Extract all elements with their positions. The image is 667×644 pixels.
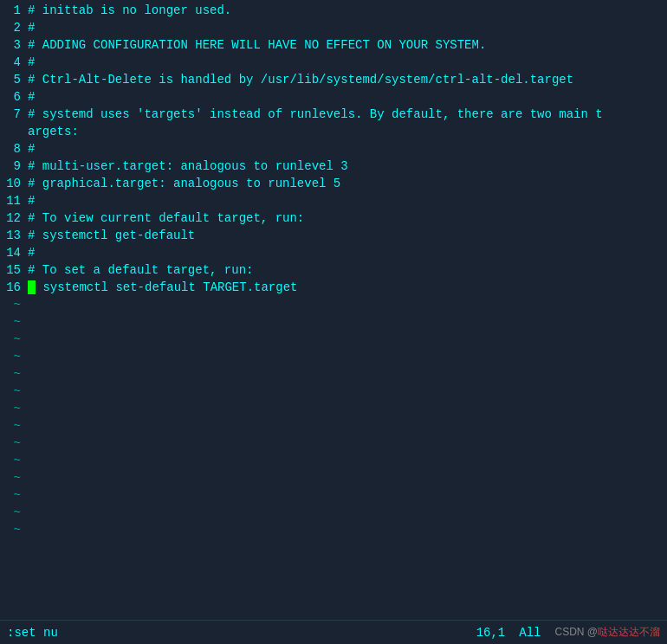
line-content-7-wrap: argets: (28, 123, 667, 140)
line-number-9: 9 (0, 158, 28, 175)
line-number-1: 1 (0, 2, 28, 19)
line-content-14: # (28, 244, 667, 261)
tilde-char-12: ~ (0, 486, 28, 504)
watermark: CSDN @哒达达达不溜 (554, 625, 660, 640)
line-content-15: # To set a default target, run: (28, 261, 667, 279)
line-9: 9 # multi-user.target: analogous to runl… (0, 158, 667, 175)
tilde-char-13: ~ (0, 504, 28, 521)
tilde-char-14: ~ (0, 521, 28, 538)
line-number-8: 8 (0, 140, 28, 158)
tilde-char-2: ~ (0, 313, 28, 331)
line-number-15: 15 (0, 261, 28, 279)
line-7-wrap: argets: (0, 123, 667, 140)
line-15: 15 # To set a default target, run: (0, 261, 667, 279)
tilde-2: ~ (0, 313, 667, 331)
line-14: 14 # (0, 244, 667, 261)
tilde-4: ~ (0, 348, 667, 365)
tilde-char-10: ~ (0, 452, 28, 469)
line-content-2: # (28, 19, 667, 36)
tilde-char-5: ~ (0, 365, 28, 383)
line-content-3: # ADDING CONFIGURATION HERE WILL HAVE NO… (28, 36, 667, 54)
line-number-16: 16 (0, 279, 28, 296)
line-7: 7 # systemd uses 'targets' instead of ru… (0, 106, 667, 123)
line-2: 2 # (0, 19, 667, 36)
tilde-3: ~ (0, 331, 667, 348)
line-6: 6 # (0, 88, 667, 106)
line-content-6: # (28, 88, 667, 106)
tilde-char-8: ~ (0, 417, 28, 435)
line-content-4: # (28, 54, 667, 71)
status-all: All (519, 626, 541, 640)
line-content-8: # (28, 140, 667, 158)
tilde-8: ~ (0, 417, 667, 435)
editor-content: 1 # inittab is no longer used. 2 # 3 # A… (0, 0, 667, 620)
tilde-14: ~ (0, 521, 667, 538)
tilde-10: ~ (0, 452, 667, 469)
line-number-13: 13 (0, 227, 28, 244)
line-content-9: # multi-user.target: analogous to runlev… (28, 158, 667, 175)
tilde-char-3: ~ (0, 331, 28, 348)
line-number-11: 11 (0, 192, 28, 209)
line-number-4: 4 (0, 54, 28, 71)
line-5: 5 # Ctrl-Alt-Delete is handled by /usr/l… (0, 71, 667, 88)
line-content-11: # (28, 192, 667, 209)
editor-container: 1 # inittab is no longer used. 2 # 3 # A… (0, 0, 667, 644)
line-1: 1 # inittab is no longer used. (0, 2, 667, 19)
line-10: 10 # graphical.target: analogous to runl… (0, 175, 667, 192)
line-number-5: 5 (0, 71, 28, 88)
line-12: 12 # To view current default target, run… (0, 209, 667, 227)
tilde-9: ~ (0, 435, 667, 452)
status-right: 16,1 All CSDN @哒达达达不溜 (476, 625, 660, 640)
tilde-char-6: ~ (0, 383, 28, 400)
line-13: 13 # systemctl get-default (0, 227, 667, 244)
line-number-6: 6 (0, 88, 28, 106)
cursor (28, 280, 36, 294)
line-content-10: # graphical.target: analogous to runleve… (28, 175, 667, 192)
status-position: 16,1 (476, 626, 506, 640)
tilde-12: ~ (0, 486, 667, 504)
line-number-14: 14 (0, 244, 28, 261)
tilde-char-9: ~ (0, 435, 28, 452)
line-content-13: # systemctl get-default (28, 227, 667, 244)
line-11: 11 # (0, 192, 667, 209)
line-number-2: 2 (0, 19, 28, 36)
line-number-12: 12 (0, 209, 28, 227)
tilde-11: ~ (0, 469, 667, 486)
status-command[interactable]: :set nu (7, 626, 58, 640)
line-8: 8 # (0, 140, 667, 158)
line-4: 4 # (0, 54, 667, 71)
line-3: 3 # ADDING CONFIGURATION HERE WILL HAVE … (0, 36, 667, 54)
line-number-10: 10 (0, 175, 28, 192)
tilde-6: ~ (0, 383, 667, 400)
tilde-char-1: ~ (0, 296, 28, 313)
status-bar: :set nu 16,1 All CSDN @哒达达达不溜 (0, 620, 667, 644)
line-content-7: # systemd uses 'targets' instead of runl… (28, 106, 667, 123)
line-content-1: # inittab is no longer used. (28, 2, 667, 19)
tilde-13: ~ (0, 504, 667, 521)
line-number-3: 3 (0, 36, 28, 54)
line-content-12: # To view current default target, run: (28, 209, 667, 227)
line-16: 16 systemctl set-default TARGET.target (0, 279, 667, 296)
line-number-7: 7 (0, 106, 28, 123)
tilde-char-4: ~ (0, 348, 28, 365)
tilde-char-7: ~ (0, 400, 28, 417)
line-content-5: # Ctrl-Alt-Delete is handled by /usr/lib… (28, 71, 667, 88)
tilde-7: ~ (0, 400, 667, 417)
line-content-16: systemctl set-default TARGET.target (28, 279, 667, 296)
tilde-char-11: ~ (0, 469, 28, 486)
tilde-1: ~ (0, 296, 667, 313)
tilde-5: ~ (0, 365, 667, 383)
